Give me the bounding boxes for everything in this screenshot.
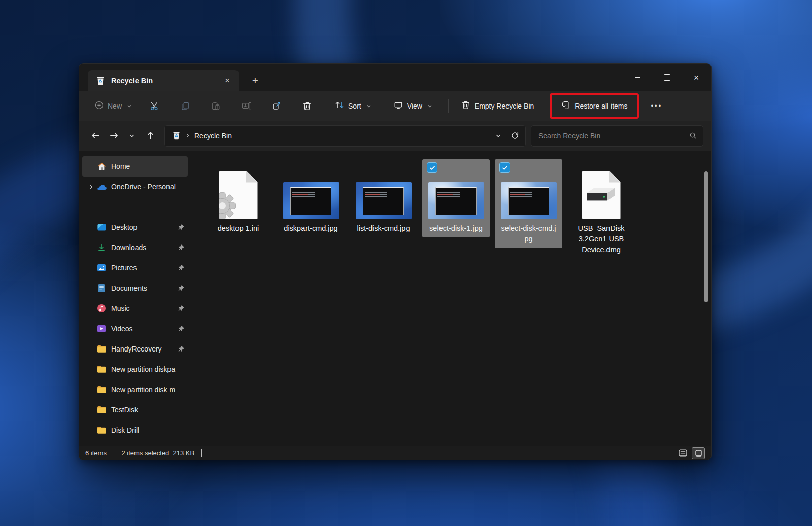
file-name: list-disk-cmd.jpg: [357, 223, 410, 234]
image-thumbnail: [501, 182, 557, 219]
back-button[interactable]: [86, 127, 105, 145]
chevron-down-icon: [427, 103, 432, 109]
address-dropdown-chevron-icon[interactable]: [493, 131, 503, 141]
selection-checkbox[interactable]: [499, 162, 510, 173]
file-icon: [350, 159, 417, 219]
minimize-icon: [635, 77, 640, 78]
file-tile[interactable]: desktop 1.ini: [205, 159, 272, 234]
folder-icon: [95, 386, 108, 393]
breadcrumb-chevron-icon: [185, 133, 190, 138]
trash-icon: [461, 100, 470, 111]
empty-recycle-bin-button[interactable]: Empty Recycle Bin: [457, 97, 538, 115]
sidebar-item-testdisk[interactable]: TestDisk: [82, 400, 188, 420]
file-grid[interactable]: desktop 1.inidiskpart-cmd.jpglist-disk-c…: [195, 151, 711, 446]
sidebar-item-pictures[interactable]: Pictures: [82, 258, 188, 278]
folder-icon: [95, 345, 108, 353]
file-name: USB SanDisk3.2Gen1 USBDevice.dmg: [578, 223, 625, 255]
forward-button[interactable]: [105, 127, 123, 145]
breadcrumb: Recycle Bin: [172, 131, 493, 140]
recycle-bin-icon: [172, 131, 181, 140]
sidebar-item-disk-drill[interactable]: Disk Drill: [82, 420, 188, 440]
content-area: HomeOneDrive - PersonalDesktopDownloadsP…: [79, 151, 711, 446]
sidebar-item-home[interactable]: Home: [82, 156, 188, 177]
delete-button[interactable]: [297, 97, 317, 115]
search-box[interactable]: [531, 125, 703, 147]
sidebar-item-documents[interactable]: Documents: [82, 278, 188, 298]
cut-button[interactable]: [145, 97, 164, 115]
sidebar-item-videos[interactable]: Videos: [82, 319, 188, 339]
file-tile[interactable]: list-disk-cmd.jpg: [350, 159, 417, 234]
pin-icon: [177, 325, 186, 332]
rename-button[interactable]: [236, 97, 256, 115]
file-icon: [567, 159, 635, 219]
minimize-button[interactable]: [623, 64, 652, 91]
videos-icon: [95, 325, 108, 332]
folder-icon: [95, 366, 108, 373]
sort-button[interactable]: Sort: [330, 97, 376, 115]
file-tile[interactable]: select-disk-cmd.jpg: [495, 159, 562, 248]
large-icons-view-button[interactable]: [692, 447, 705, 459]
file-icon: [205, 159, 272, 219]
search-icon[interactable]: [689, 132, 697, 139]
up-button[interactable]: [141, 127, 159, 145]
chevron-down-icon: [127, 103, 132, 109]
file-name: select-disk-1.jpg: [429, 223, 483, 234]
recent-locations-button[interactable]: [123, 127, 141, 145]
sidebar-item-label: Downloads: [111, 243, 177, 252]
close-button[interactable]: ×: [682, 64, 711, 91]
more-options-icon[interactable]: •••: [646, 98, 668, 114]
plus-circle-icon: [95, 101, 104, 111]
sidebar-item-label: TestDisk: [111, 406, 177, 414]
sidebar-item-new-partition-disk-m[interactable]: New partition disk m: [82, 379, 188, 400]
pictures-icon: [95, 264, 108, 271]
sort-button-label: Sort: [348, 102, 361, 110]
file-tile[interactable]: USB SanDisk3.2Gen1 USBDevice.dmg: [567, 159, 635, 255]
restore-all-items-button[interactable]: Restore all items: [556, 97, 632, 115]
new-tab-button[interactable]: +: [248, 73, 263, 88]
selection-summary: 2 items selected 213 KB: [121, 449, 194, 457]
paste-button[interactable]: [206, 97, 225, 115]
sidebar-section-divider: [79, 197, 195, 217]
title-bar: Recycle Bin × + ×: [79, 64, 711, 91]
sidebar-item-new-partition-diskpart[interactable]: New partition diskpa: [82, 359, 188, 379]
details-view-button[interactable]: [676, 448, 689, 459]
view-icon: [394, 100, 403, 111]
file-tile[interactable]: select-disk-1.jpg: [422, 159, 490, 237]
file-name: diskpart-cmd.jpg: [284, 223, 337, 234]
file-name: select-disk-cmd.jpg: [501, 223, 556, 244]
refresh-button[interactable]: [509, 129, 521, 142]
file-explorer-window: Recycle Bin × + × New Sort: [79, 63, 712, 460]
sidebar-item-handyrecovery[interactable]: HandyRecovery: [82, 339, 188, 359]
expand-chevron-icon[interactable]: [86, 184, 95, 190]
sidebar-item-onedrive-personal[interactable]: OneDrive - Personal: [82, 177, 188, 197]
address-field[interactable]: Recycle Bin: [164, 125, 526, 147]
search-input[interactable]: [537, 131, 689, 141]
command-bar: New Sort View Empty Recycle Bin: [79, 91, 711, 121]
breadcrumb-location[interactable]: Recycle Bin: [194, 132, 232, 140]
tab-close-icon[interactable]: ×: [221, 74, 234, 87]
tab-title: Recycle Bin: [111, 77, 221, 85]
restore-all-items-label: Restore all items: [574, 102, 627, 110]
maximize-button[interactable]: [652, 64, 682, 91]
sidebar-item-label: OneDrive - Personal: [111, 183, 177, 191]
document-page-icon: [582, 171, 621, 219]
file-tile[interactable]: diskpart-cmd.jpg: [277, 159, 345, 234]
share-button[interactable]: [267, 97, 286, 115]
sidebar-item-label: New partition diskpa: [111, 365, 177, 373]
tab-recycle-bin[interactable]: Recycle Bin ×: [88, 70, 239, 91]
new-button[interactable]: New: [90, 97, 137, 115]
sidebar-item-desktop[interactable]: Desktop: [82, 217, 188, 237]
sidebar-item-label: New partition disk m: [111, 385, 177, 394]
sidebar: HomeOneDrive - PersonalDesktopDownloadsP…: [79, 151, 195, 446]
folder-icon: [95, 427, 108, 434]
image-thumbnail: [283, 182, 339, 219]
status-divider: [114, 449, 115, 457]
pin-icon: [177, 224, 186, 231]
view-button[interactable]: View: [389, 97, 437, 115]
sidebar-item-music[interactable]: Music: [82, 298, 188, 319]
sidebar-item-downloads[interactable]: Downloads: [82, 237, 188, 258]
selection-checkbox[interactable]: [427, 162, 437, 173]
copy-button[interactable]: [176, 97, 195, 115]
sidebar-item-label: Desktop: [111, 223, 177, 231]
maximize-icon: [664, 74, 670, 81]
